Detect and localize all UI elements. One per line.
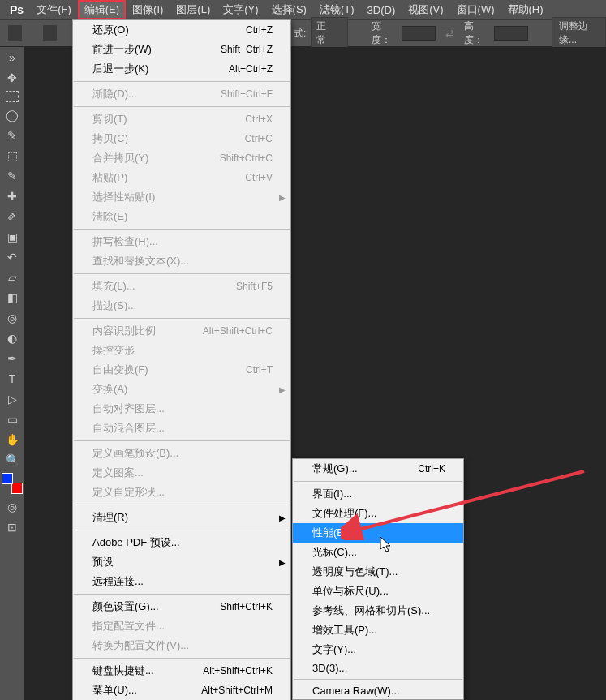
edit-menu-item[interactable]: 键盘快捷键...Alt+Shift+Ctrl+K <box>73 661 290 681</box>
edit-menu-item: 清除(E) <box>73 207 290 226</box>
menu-file[interactable]: 文件(F) <box>30 0 78 19</box>
edit-menu-item: 拷贝(C)Ctrl+C <box>73 129 290 148</box>
type-tool-icon[interactable]: T <box>2 369 23 389</box>
edit-menu-item-shortcut: Alt+Shift+Ctrl+C <box>203 325 273 337</box>
edit-menu-item[interactable]: 颜色设置(G)...Shift+Ctrl+K <box>73 597 290 616</box>
prefs-menu-item[interactable]: 文件处理(F)... <box>293 504 463 523</box>
edit-menu-separator <box>74 106 290 107</box>
history-brush-tool-icon[interactable]: ↶ <box>2 247 23 267</box>
menu-select[interactable]: 选择(S) <box>265 0 313 19</box>
width-input[interactable] <box>402 26 436 41</box>
prefs-menu-item[interactable]: 3D(3)... <box>293 659 463 676</box>
width-label: 宽度： <box>372 19 396 47</box>
crop-tool-icon[interactable]: ⬚ <box>2 146 23 165</box>
selection-mode-icon[interactable] <box>43 25 57 41</box>
submenu-arrow-icon: ▶ <box>279 193 286 202</box>
brush-tool-icon[interactable]: ✐ <box>2 207 23 226</box>
screenmode-icon[interactable]: ⊡ <box>2 517 23 537</box>
prefs-menu-item[interactable]: 单位与标尺(U)... <box>293 582 463 601</box>
menu-edit[interactable]: 编辑(E) <box>78 0 126 19</box>
shape-tool-icon[interactable]: ▭ <box>2 410 23 429</box>
edit-menu-item: 内容识别比例Alt+Shift+Ctrl+C <box>73 321 290 341</box>
menu-layer[interactable]: 图层(L) <box>170 0 217 19</box>
quickmask-icon[interactable]: ◎ <box>2 497 23 517</box>
menu-help[interactable]: 帮助(H) <box>501 0 550 19</box>
edit-menu-item: 拼写检查(H)... <box>73 232 290 251</box>
blur-tool-icon[interactable]: ◎ <box>2 308 23 328</box>
refine-edge-button[interactable]: 调整边缘... <box>552 17 606 49</box>
prefs-menu-item[interactable]: 光标(C)... <box>293 543 463 562</box>
edit-menu-item[interactable]: Adobe PDF 预设... <box>73 533 290 552</box>
edit-menu-item: 描边(S)... <box>73 296 290 316</box>
edit-menu-item-label: 剪切(T) <box>92 112 127 127</box>
prefs-menu-item[interactable]: 增效工具(P)... <box>293 621 463 640</box>
edit-menu-item-shortcut: Shift+Ctrl+C <box>220 152 273 164</box>
eraser-tool-icon[interactable]: ▱ <box>2 268 23 287</box>
prefs-menu-item[interactable]: Camera Raw(W)... <box>293 682 463 699</box>
prefs-menu-item[interactable]: 性能(E)... <box>293 523 463 543</box>
edit-menu-item[interactable]: 前进一步(W)Shift+Ctrl+Z <box>73 40 290 59</box>
menu-window[interactable]: 窗口(W) <box>450 0 501 19</box>
edit-menu-item: 合并拷贝(Y)Shift+Ctrl+C <box>73 148 290 168</box>
prefs-menu-item[interactable]: 文字(Y)... <box>293 640 463 659</box>
height-input[interactable] <box>494 26 529 41</box>
prefs-menu-item[interactable]: 参考线、网格和切片(S)... <box>293 601 463 621</box>
prefs-menu-item[interactable]: 常规(G)...Ctrl+K <box>293 459 463 479</box>
edit-menu-item: 自由变换(F)Ctrl+T <box>73 360 290 380</box>
menu-type[interactable]: 文字(Y) <box>217 0 264 19</box>
healing-tool-icon[interactable]: ✚ <box>2 187 23 206</box>
foreground-swatch[interactable] <box>2 473 13 484</box>
menu-image[interactable]: 图像(I) <box>126 0 170 19</box>
color-swatches[interactable] <box>2 473 23 494</box>
edit-menu-item-label: 内容识别比例 <box>92 324 156 338</box>
edit-menu-item-shortcut: Ctrl+C <box>245 133 273 144</box>
tool-preset-icon[interactable] <box>8 25 22 41</box>
edit-menu-item: 定义画笔预设(B)... <box>73 444 290 463</box>
gradient-tool-icon[interactable]: ◧ <box>2 288 23 307</box>
swap-icon[interactable]: ⇄ <box>441 28 459 40</box>
edit-menu-item[interactable]: 菜单(U)...Alt+Shift+Ctrl+M <box>73 681 290 700</box>
zoom-tool-icon[interactable]: 🔍 <box>2 450 23 470</box>
menu-3d[interactable]: 3D(D) <box>361 2 402 19</box>
prefs-menu-item-shortcut: Ctrl+K <box>418 463 445 475</box>
prefs-menu-item-label: 常规(G)... <box>312 462 358 476</box>
prefs-menu-item-label: 性能(E)... <box>312 526 356 540</box>
path-select-tool-icon[interactable]: ▷ <box>2 389 23 409</box>
prefs-menu-item-label: 透明度与色域(T)... <box>312 565 398 579</box>
edit-menu-item[interactable]: 后退一步(K)Alt+Ctrl+Z <box>73 59 290 79</box>
edit-menu-item[interactable]: 远程连接... <box>73 572 290 591</box>
prefs-menu-separator <box>294 679 462 680</box>
hand-tool-icon[interactable]: ✋ <box>2 430 23 449</box>
eyedropper-tool-icon[interactable]: ✎ <box>2 166 23 186</box>
pen-tool-icon[interactable]: ✒ <box>2 349 23 368</box>
edit-menu-item[interactable]: 清理(R)▶ <box>73 508 290 527</box>
background-swatch[interactable] <box>11 483 23 494</box>
edit-menu-item-label: 前进一步(W) <box>92 42 152 57</box>
prefs-menu-item[interactable]: 透明度与色域(T)... <box>293 562 463 582</box>
edit-menu-item: 自动对齐图层... <box>73 399 290 419</box>
edit-menu-item-label: 还原(O) <box>92 23 129 37</box>
prefs-menu-item-label: 3D(3)... <box>312 662 347 674</box>
edit-menu-item-label: 自动对齐图层... <box>92 402 165 416</box>
prefs-menu-item[interactable]: 界面(I)... <box>293 484 463 504</box>
edit-menu-item-shortcut: Shift+Ctrl+K <box>220 601 273 612</box>
ps-logo: Ps <box>3 3 30 16</box>
edit-menu-item: 粘贴(P)Ctrl+V <box>73 168 290 187</box>
edit-menu-item-label: 选择性粘贴(I) <box>92 190 155 204</box>
stamp-tool-icon[interactable]: ▣ <box>2 227 23 247</box>
mode-select[interactable]: 正常 <box>311 17 348 49</box>
move-tool-icon[interactable]: ✥ <box>2 68 23 88</box>
menu-view[interactable]: 视图(V) <box>402 0 449 19</box>
quick-select-tool-icon[interactable]: ✎ <box>2 126 23 145</box>
lasso-tool-icon[interactable]: ◯ <box>2 105 23 125</box>
edit-menu-item[interactable]: 预设▶ <box>73 552 290 572</box>
edit-menu-item-label: 指定配置文件... <box>92 619 165 633</box>
dodge-tool-icon[interactable]: ◐ <box>2 329 23 348</box>
prefs-menu-item-label: 增效工具(P)... <box>312 623 377 638</box>
marquee-tool-icon[interactable] <box>6 91 19 102</box>
edit-menu-item-shortcut: Ctrl+X <box>245 114 273 125</box>
edit-menu-separator <box>74 530 290 530</box>
edit-menu-item: 选择性粘贴(I)▶ <box>73 187 290 207</box>
edit-menu-item[interactable]: 还原(O)Ctrl+Z <box>73 20 290 40</box>
tool-chevron[interactable]: » <box>2 48 23 67</box>
